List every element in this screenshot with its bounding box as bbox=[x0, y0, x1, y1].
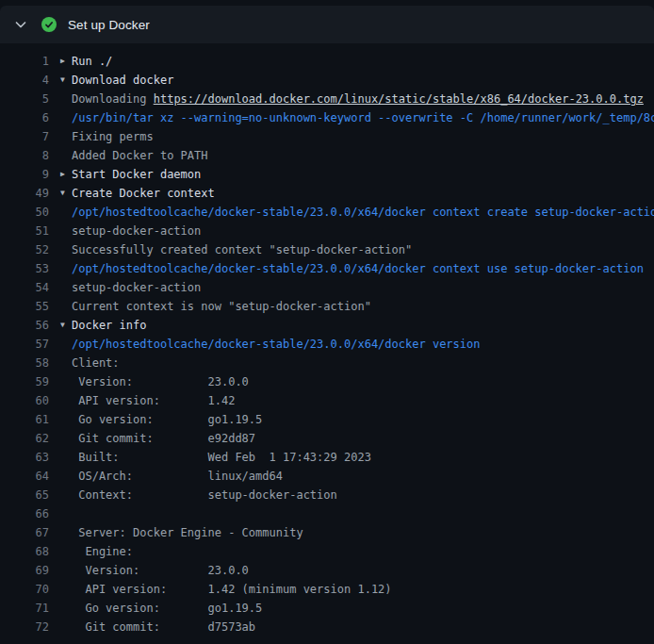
line-number[interactable]: 63 bbox=[0, 448, 49, 467]
line-number[interactable]: 70 bbox=[0, 580, 49, 599]
log-text: Git commit: e92dd87 bbox=[72, 429, 255, 448]
marker-spacer bbox=[60, 391, 72, 410]
marker-spacer bbox=[60, 222, 72, 240]
line-number[interactable]: 49 bbox=[0, 184, 49, 203]
log-line: 58Client: bbox=[0, 354, 654, 372]
log-area[interactable]: 1▶Run ./4▼Download docker5Downloading ht… bbox=[0, 43, 654, 636]
line-number[interactable]: 5 bbox=[0, 90, 49, 108]
triangle-right-icon[interactable]: ▶ bbox=[60, 165, 72, 184]
line-number[interactable]: 1 bbox=[0, 52, 49, 71]
line-number[interactable]: 54 bbox=[0, 278, 49, 297]
log-line: 50/opt/hostedtoolcache/docker-stable/23.… bbox=[0, 203, 654, 222]
log-text: Downloading https://download.docker.com/… bbox=[72, 90, 644, 108]
marker-spacer bbox=[60, 240, 72, 259]
line-number[interactable]: 59 bbox=[0, 372, 49, 391]
line-number[interactable]: 64 bbox=[0, 467, 49, 486]
line-number[interactable]: 51 bbox=[0, 222, 49, 240]
log-text: Download docker bbox=[72, 71, 173, 90]
log-text: Version: 23.0.0 bbox=[72, 372, 249, 391]
line-number[interactable]: 58 bbox=[0, 354, 49, 372]
log-text: Server: Docker Engine - Community bbox=[72, 523, 303, 542]
log-text: Go version: go1.19.5 bbox=[72, 410, 262, 429]
line-number[interactable]: 71 bbox=[0, 599, 49, 618]
actions-log-viewer: Set up Docker 1▶Run ./4▼Download docker5… bbox=[0, 6, 654, 644]
log-text: Engine: bbox=[72, 542, 133, 561]
marker-spacer bbox=[60, 504, 72, 523]
line-number[interactable]: 56 bbox=[0, 316, 49, 335]
log-line: 62 Git commit: e92dd87 bbox=[0, 429, 654, 448]
marker-spacer bbox=[60, 108, 72, 127]
line-number[interactable]: 61 bbox=[0, 410, 49, 429]
line-number[interactable]: 66 bbox=[0, 504, 49, 523]
log-line: 65 Context: setup-docker-action bbox=[0, 486, 654, 504]
line-number[interactable]: 6 bbox=[0, 108, 49, 127]
log-group-line[interactable]: 4▼Download docker bbox=[0, 71, 654, 90]
marker-spacer bbox=[60, 335, 72, 354]
log-link[interactable]: https://download.docker.com/linux/static… bbox=[154, 92, 644, 106]
line-number[interactable]: 62 bbox=[0, 429, 49, 448]
line-number[interactable]: 67 bbox=[0, 523, 49, 542]
log-text: Docker info bbox=[72, 316, 146, 335]
log-text: API version: 1.42 bbox=[72, 391, 235, 410]
log-line: 52Successfully created context "setup-do… bbox=[0, 240, 654, 259]
line-number[interactable]: 4 bbox=[0, 71, 49, 90]
log-text: setup-docker-action bbox=[72, 222, 201, 240]
line-number[interactable]: 69 bbox=[0, 561, 49, 580]
marker-spacer bbox=[60, 127, 72, 146]
log-text: OS/Arch: linux/amd64 bbox=[72, 467, 283, 486]
log-line: 61 Go version: go1.19.5 bbox=[0, 410, 654, 429]
log-text: API version: 1.42 (minimum version 1.12) bbox=[72, 580, 392, 599]
log-text: /usr/bin/tar xz --warning=no-unknown-key… bbox=[72, 108, 654, 127]
log-text: /opt/hostedtoolcache/docker-stable/23.0.… bbox=[72, 335, 480, 354]
line-number[interactable]: 72 bbox=[0, 618, 49, 636]
step-title: Set up Docker bbox=[68, 18, 150, 32]
log-line: 68 Engine: bbox=[0, 542, 654, 561]
triangle-down-icon[interactable]: ▼ bbox=[60, 71, 72, 90]
log-line: 53/opt/hostedtoolcache/docker-stable/23.… bbox=[0, 259, 654, 278]
log-line: 5Downloading https://download.docker.com… bbox=[0, 90, 654, 108]
log-line: 7Fixing perms bbox=[0, 127, 654, 146]
triangle-right-icon[interactable]: ▶ bbox=[60, 52, 72, 71]
log-text: Start Docker daemon bbox=[72, 165, 201, 184]
line-number[interactable]: 57 bbox=[0, 335, 49, 354]
step-header[interactable]: Set up Docker bbox=[0, 6, 654, 43]
log-text: /opt/hostedtoolcache/docker-stable/23.0.… bbox=[72, 259, 644, 278]
log-text-prefix: Downloading bbox=[72, 92, 154, 106]
log-group-line[interactable]: 56▼Docker info bbox=[0, 316, 654, 335]
line-number[interactable]: 53 bbox=[0, 259, 49, 278]
log-line: 8Added Docker to PATH bbox=[0, 146, 654, 165]
log-line: 55Current context is now "setup-docker-a… bbox=[0, 297, 654, 316]
line-number[interactable]: 60 bbox=[0, 391, 49, 410]
line-number[interactable]: 55 bbox=[0, 297, 49, 316]
log-text: Successfully created context "setup-dock… bbox=[72, 240, 412, 259]
line-number[interactable]: 7 bbox=[0, 127, 49, 146]
triangle-down-icon[interactable]: ▼ bbox=[60, 184, 72, 203]
line-number[interactable]: 52 bbox=[0, 240, 49, 259]
log-text: Built: Wed Feb 1 17:43:29 2023 bbox=[72, 448, 371, 467]
marker-spacer bbox=[60, 297, 72, 316]
log-line: 6/usr/bin/tar xz --warning=no-unknown-ke… bbox=[0, 108, 654, 127]
marker-spacer bbox=[60, 90, 72, 108]
log-group-line[interactable]: 9▶Start Docker daemon bbox=[0, 165, 654, 184]
marker-spacer bbox=[60, 467, 72, 486]
chevron-down-icon[interactable] bbox=[13, 17, 28, 32]
log-line: 70 API version: 1.42 (minimum version 1.… bbox=[0, 580, 654, 599]
line-number[interactable]: 68 bbox=[0, 542, 49, 561]
triangle-down-icon[interactable]: ▼ bbox=[60, 316, 72, 335]
log-group-line[interactable]: 1▶Run ./ bbox=[0, 52, 654, 71]
line-number[interactable]: 9 bbox=[0, 165, 49, 184]
line-number[interactable]: 65 bbox=[0, 486, 49, 504]
marker-spacer bbox=[60, 580, 72, 599]
check-circle-icon bbox=[41, 17, 57, 32]
log-line: 54setup-docker-action bbox=[0, 278, 654, 297]
marker-spacer bbox=[60, 561, 72, 580]
log-text: Added Docker to PATH bbox=[72, 146, 208, 165]
log-text: /opt/hostedtoolcache/docker-stable/23.0.… bbox=[72, 203, 654, 222]
log-line: 72 Git commit: d7573ab bbox=[0, 618, 654, 636]
log-text: setup-docker-action bbox=[72, 278, 201, 297]
log-group-line[interactable]: 49▼Create Docker context bbox=[0, 184, 654, 203]
marker-spacer bbox=[60, 259, 72, 278]
line-number[interactable]: 8 bbox=[0, 146, 49, 165]
line-number[interactable]: 50 bbox=[0, 203, 49, 222]
marker-spacer bbox=[60, 523, 72, 542]
